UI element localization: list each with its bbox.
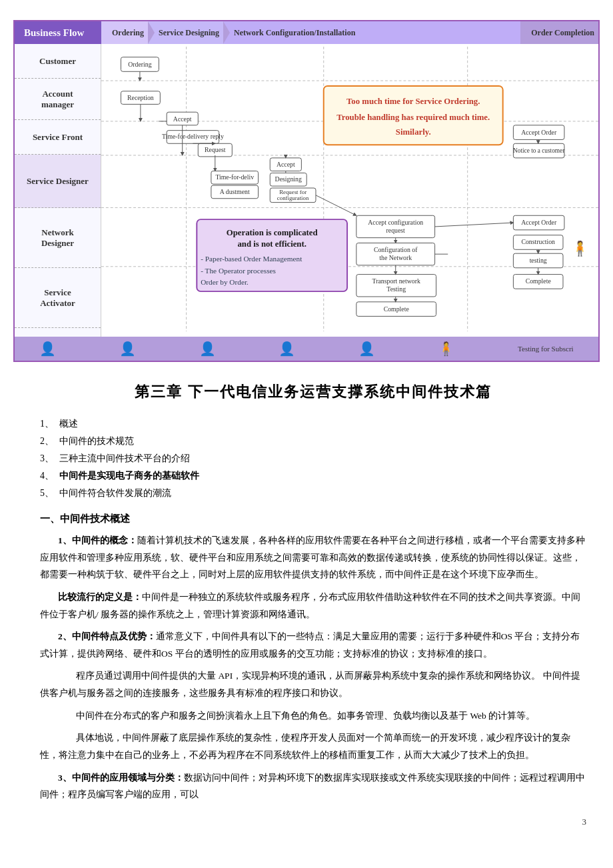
toc-item-4: 4、 中间件是实现电子商务的基础软件 (40, 470, 586, 482)
svg-text:Accept configuration: Accept configuration (368, 219, 423, 226)
svg-text:Time-for-deliv: Time-for-deliv (215, 173, 254, 181)
toc-item-1: 1、 概述 (40, 418, 586, 430)
para-middleware-concept: 1、中间件的概念：随着计算机技术的飞速发展，各种各样的应用软件需要在各种平台之间… (40, 532, 586, 583)
figure-2: 👤 (119, 341, 136, 357)
svg-text:Configuration of: Configuration of (374, 246, 418, 253)
chapter-section: 第三章 下一代电信业务运营支撑系统中间件技术篇 1、 概述 2、 中间件的技术规… (40, 382, 586, 827)
bf-step-order-completion: Order Completion (520, 21, 598, 44)
para-definition: 比较流行的定义是：中间件是一种独立的系统软件或服务程序，分布式应用软件借助这种软… (40, 589, 586, 623)
toc-text-5: 中间件符合软件发展的潮流 (59, 488, 171, 498)
bottom-figures-bar: 👤 👤 👤 👤 👤 🧍 Testing for Subscri (15, 337, 598, 361)
role-network-designer: NetworkDesigner (15, 208, 101, 268)
flow-area: Ordering Reception Accept Time-for-deliv… (101, 44, 598, 337)
chapter-title: 第三章 下一代电信业务运营支撑系统中间件技术篇 (40, 382, 586, 402)
svg-text:Reception: Reception (127, 94, 154, 101)
svg-text:🧍: 🧍 (571, 239, 589, 257)
figure-4: 👤 (279, 341, 295, 357)
para-features: 2、中间件特点及优势：通常意义下，中间件具有以下的一些特点：满足大量应用的需要；… (40, 628, 586, 662)
svg-text:Designing: Designing (275, 175, 302, 183)
svg-text:Request: Request (205, 146, 226, 153)
roles-column: Customer Accountmanager Service Front Se… (15, 44, 101, 337)
svg-text:A dustment: A dustment (220, 188, 250, 195)
bf-step-service-designing: Service Designing (148, 21, 223, 44)
svg-text:- The Operator processes: - The Operator processes (201, 267, 276, 275)
toc-item-5: 5、 中间件符合软件发展的潮流 (40, 487, 586, 499)
toc-text-4: 中间件是实现电子商务的基础软件 (59, 471, 199, 481)
svg-text:testing: testing (530, 257, 547, 264)
figure-3: 👤 (199, 341, 216, 357)
svg-text:Testing: Testing (386, 285, 406, 293)
svg-line-60 (316, 195, 356, 215)
testing-label: Testing for Subscri (518, 345, 574, 353)
svg-text:Complete: Complete (526, 277, 552, 285)
svg-text:Construction: Construction (521, 238, 555, 245)
page-number: 3 (40, 817, 586, 827)
svg-text:Notice to a customer: Notice to a customer (513, 147, 565, 154)
svg-text:Accept: Accept (173, 115, 192, 123)
para-complexity: 具体地说，中间件屏蔽了底层操作系统的复杂性，使程序开发人员面对一个简单而统一的开… (40, 729, 586, 763)
flow-svg: Ordering Reception Accept Time-for-deliv… (101, 44, 598, 334)
svg-text:- Paper-based Order Management: - Paper-based Order Management (201, 255, 303, 263)
section-1-heading: 一、中间件技术概述 (40, 513, 586, 525)
bf-steps-row: Ordering Service Designing Network Confi… (101, 21, 598, 44)
toc-text-3: 三种主流中间件技术平台的介绍 (59, 453, 190, 463)
svg-text:Order by Order.: Order by Order. (201, 278, 249, 286)
figure-6: 🧍 (438, 341, 454, 357)
figure-5: 👤 (358, 341, 375, 357)
svg-text:Complete: Complete (384, 305, 410, 313)
toc-num-4: 4、 (40, 471, 54, 481)
toc-item-2: 2、 中间件的技术规范 (40, 435, 586, 447)
toc-text-1: 概述 (59, 419, 78, 429)
svg-text:Accept Order: Accept Order (521, 219, 557, 226)
business-flow-diagram: Business Flow Ordering Service Designing… (13, 20, 600, 362)
bf-title-label: Business Flow (15, 21, 101, 44)
para-categories: 3、中间件的应用领域与分类：数据访问中间件；对异构环境下的数据库实现联接或文件系… (40, 769, 586, 803)
svg-text:and  is not efficient.: and is not efficient. (237, 239, 306, 249)
bf-step-network-config: Network Configuration/Installation (223, 21, 520, 44)
svg-text:Accept Order: Accept Order (521, 129, 557, 136)
svg-text:Trouble handling has required : Trouble handling has required much time. (336, 113, 490, 122)
svg-text:request: request (386, 227, 406, 234)
svg-text:Time-for-delivery reply: Time-for-delivery reply (162, 133, 224, 140)
para-api: 程序员通过调用中间件提供的大量 API，实现异构环境的通讯，从而屏蔽异构系统中复… (40, 667, 586, 701)
svg-text:configuration: configuration (277, 195, 309, 201)
toc-item-3: 3、 三种主流中间件技术平台的介绍 (40, 453, 586, 465)
diagram-body: Customer Accountmanager Service Front Se… (15, 44, 598, 337)
bf-step-ordering: Ordering (101, 21, 148, 44)
business-flow-header: Business Flow Ordering Service Designing… (15, 21, 598, 44)
para-distributed: 中间件在分布式的客户和服务之间扮演着永上且下角色的角色。如事务管理、负载均衡以及… (40, 707, 586, 725)
svg-text:the Network: the Network (379, 254, 412, 261)
svg-text:Too much time for Service Orde: Too much time for Service Ordering. (346, 97, 480, 106)
svg-text:Accept: Accept (277, 161, 295, 168)
svg-text:Transport network: Transport network (372, 277, 420, 285)
role-service-designer: Service Designer (15, 155, 101, 208)
svg-text:Operation is complicated: Operation is complicated (227, 228, 318, 237)
toc-list: 1、 概述 2、 中间件的技术规范 3、 三种主流中间件技术平台的介绍 4、 中… (40, 418, 586, 499)
role-service-activator: ServiceActivator (15, 268, 101, 328)
role-service-front: Service Front (15, 120, 101, 155)
svg-text:Similarly.: Similarly. (396, 127, 431, 137)
toc-text-2: 中间件的技术规范 (59, 436, 134, 446)
role-customer: Customer (15, 44, 101, 79)
role-account-manager: Accountmanager (15, 79, 101, 120)
toc-num-5: 5、 (40, 488, 54, 498)
toc-num-3: 3、 (40, 453, 54, 463)
figure-1: 👤 (39, 341, 56, 357)
toc-num-1: 1、 (40, 419, 54, 429)
svg-line-61 (435, 223, 514, 227)
toc-num-2: 2、 (40, 436, 54, 446)
svg-text:Ordering: Ordering (128, 61, 151, 68)
